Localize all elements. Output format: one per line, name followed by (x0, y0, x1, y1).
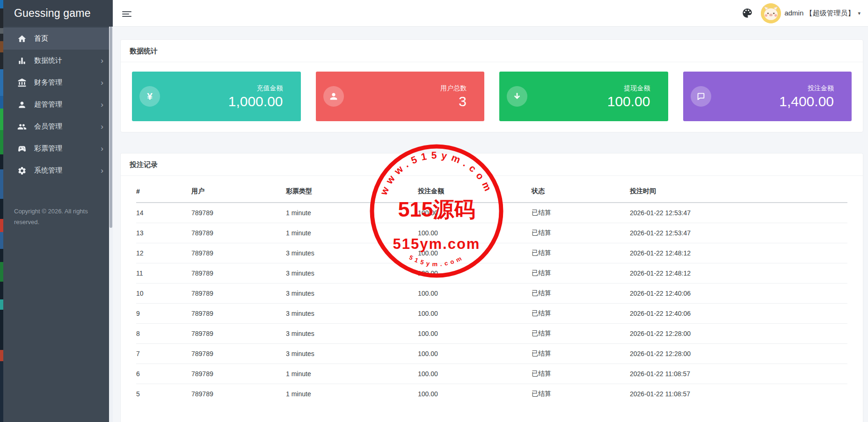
cell-amount: 100.00 (418, 223, 532, 243)
cell-time: 2026-01-22 12:28:00 (630, 344, 847, 364)
cell-amount: 100.00 (418, 304, 532, 324)
cell-index: 14 (136, 203, 191, 223)
cell-index: 7 (136, 344, 191, 364)
cell-index: 9 (136, 304, 191, 324)
stat-card-label: 提现金额 (527, 84, 650, 93)
cell-time: 2026-01-22 12:48:12 (630, 243, 847, 263)
cell-user: 789789 (191, 304, 286, 324)
chevron-right-icon: › (101, 145, 103, 153)
app-logo[interactable]: Guessing game (3, 0, 113, 27)
cell-user: 789789 (191, 263, 286, 284)
cell-type: 3 minutes (286, 324, 418, 344)
cell-type: 1 minute (286, 364, 418, 384)
table-row: 5 789789 1 minute 100.00 已结算 2026-01-22 … (136, 384, 847, 404)
cell-status: 已结算 (532, 324, 630, 344)
cell-time: 2026-01-22 12:53:47 (630, 223, 847, 243)
table-row: 14 789789 1 minute 100.00 已结算 2026-01-22… (136, 203, 847, 223)
cell-user: 789789 (191, 284, 286, 304)
cell-type: 3 minutes (286, 284, 418, 304)
bets-panel-title: 投注记录 (121, 153, 863, 176)
sidebar-item-lottery[interactable]: 彩票管理 › (3, 138, 113, 160)
sidebar-item-home[interactable]: 首页 (3, 28, 113, 50)
stat-card-withdraw: 提现金额 100.00 (499, 72, 668, 121)
chat-bubble-icon (691, 86, 711, 107)
stat-card-label: 投注金额 (711, 84, 834, 93)
col-header-time: 投注时间 (630, 176, 847, 203)
stat-card-bets: 投注金额 1,400.00 (683, 72, 852, 121)
cell-index: 5 (136, 384, 191, 404)
col-header-user: 用户 (191, 176, 286, 203)
cell-type: 3 minutes (286, 344, 418, 364)
home-icon (17, 34, 27, 44)
table-row: 8 789789 3 minutes 100.00 已结算 2026-01-22… (136, 324, 847, 344)
stat-card-recharge: ¥ 充值金额 1,000.00 (132, 72, 301, 121)
sidebar-item-label: 财务管理 (34, 78, 101, 87)
sidebar-item-members[interactable]: 会员管理 › (3, 116, 113, 138)
chevron-right-icon: › (101, 167, 103, 175)
pig-avatar-icon (761, 3, 781, 23)
chevron-right-icon: › (101, 123, 103, 131)
background-window-sliver (0, 0, 3, 422)
cell-status: 已结算 (532, 384, 630, 404)
sidebar-item-label: 数据统计 (34, 56, 101, 65)
sidebar-toggle-button[interactable] (122, 11, 131, 19)
palette-icon (741, 7, 753, 19)
cell-amount: 100.00 (418, 364, 532, 384)
table-row: 7 789789 3 minutes 100.00 已结算 2026-01-22… (136, 344, 847, 364)
stat-card-users: 用户总数 3 (316, 72, 485, 121)
cell-status: 已结算 (532, 223, 630, 243)
stat-card-value: 1,400.00 (711, 94, 834, 109)
cell-index: 12 (136, 243, 191, 263)
stat-card-value: 1,000.00 (160, 94, 283, 109)
cell-index: 6 (136, 364, 191, 384)
col-header-status: 状态 (532, 176, 630, 203)
table-row: 12 789789 3 minutes 100.00 已结算 2026-01-2… (136, 243, 847, 263)
user-icon (323, 86, 344, 107)
chevron-right-icon: › (101, 101, 103, 109)
cell-type: 1 minute (286, 384, 418, 404)
cell-user: 789789 (191, 324, 286, 344)
cell-time: 2026-01-22 12:40:06 (630, 284, 847, 304)
bets-table: # 用户 彩票类型 投注金额 状态 投注时间 14 789789 1 minut… (136, 176, 847, 404)
topbar: admin 【超级管理员】 ▾ (113, 0, 868, 27)
theme-palette-button[interactable] (741, 7, 754, 20)
sidebar-item-label: 首页 (34, 34, 103, 43)
cell-status: 已结算 (532, 344, 630, 364)
sidebar-scrollbar[interactable] (109, 27, 113, 422)
bets-table-body: 14 789789 1 minute 100.00 已结算 2026-01-22… (136, 203, 847, 404)
table-row: 9 789789 3 minutes 100.00 已结算 2026-01-22… (136, 304, 847, 324)
cell-amount: 100.00 (418, 324, 532, 344)
stat-card-value: 100.00 (527, 94, 650, 109)
cell-user: 789789 (191, 384, 286, 404)
sidebar-item-superadmin[interactable]: 超管管理 › (3, 94, 113, 116)
sidebar-item-statistics[interactable]: 数据统计 › (3, 50, 113, 72)
sidebar-item-system[interactable]: 系统管理 › (3, 160, 113, 182)
cell-status: 已结算 (532, 203, 630, 223)
chevron-right-icon: › (101, 57, 103, 65)
cell-status: 已结算 (532, 364, 630, 384)
col-header-type: 彩票类型 (286, 176, 418, 203)
stat-card-label: 用户总数 (344, 84, 467, 93)
sidebar-item-finance[interactable]: 财务管理 › (3, 72, 113, 94)
avatar[interactable] (761, 3, 781, 23)
col-header-index: # (136, 176, 191, 203)
cell-time: 2026-01-22 12:40:06 (630, 304, 847, 324)
table-row: 11 789789 3 minutes 100.00 已结算 2026-01-2… (136, 263, 847, 284)
cell-type: 3 minutes (286, 304, 418, 324)
stats-panel: 数据统计 ¥ 充值金额 1,000.00 用户总数 3 (120, 39, 863, 132)
user-menu[interactable]: admin 【超级管理员】 ▾ (761, 3, 863, 23)
cell-amount: 100.00 (418, 344, 532, 364)
gamepad-icon (17, 144, 27, 153)
sidebar-scrollbar-thumb[interactable] (109, 27, 112, 228)
cell-time: 2026-01-22 12:28:00 (630, 324, 847, 344)
cell-type: 3 minutes (286, 243, 418, 263)
cell-time: 2026-01-22 12:48:12 (630, 263, 847, 284)
cell-index: 11 (136, 263, 191, 284)
yen-icon: ¥ (139, 86, 160, 107)
sidebar-item-label: 会员管理 (34, 122, 101, 131)
main-content: 数据统计 ¥ 充值金额 1,000.00 用户总数 3 (113, 27, 868, 422)
cell-index: 8 (136, 324, 191, 344)
cell-amount: 100.00 (418, 284, 532, 304)
cell-type: 1 minute (286, 203, 418, 223)
sidebar-item-label: 系统管理 (34, 166, 101, 175)
